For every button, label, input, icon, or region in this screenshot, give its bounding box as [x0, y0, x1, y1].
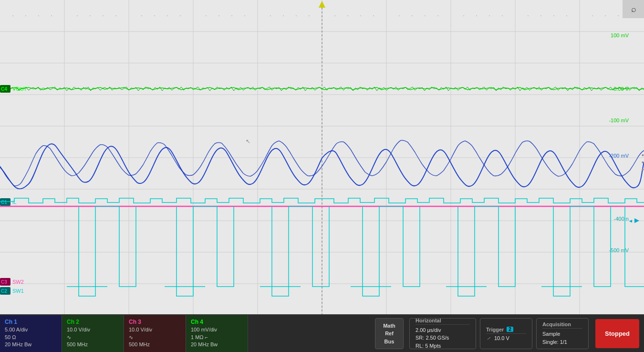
svg-text:C2: C2 [1, 288, 7, 294]
svg-point-47 [463, 15, 464, 16]
stopped-button[interactable]: Stopped [595, 319, 639, 348]
svg-point-22 [51, 15, 52, 16]
svg-point-39 [334, 15, 335, 16]
svg-point-35 [270, 15, 271, 16]
ch3-title: Ch 3 [129, 319, 181, 325]
svg-point-26 [115, 15, 116, 16]
svg-point-32 [218, 15, 219, 16]
svg-point-48 [476, 15, 477, 16]
ch1-title: Ch 1 [5, 319, 57, 325]
trigger-slope-icon: ⟋ [486, 335, 491, 341]
ch1-line2: 50 Ω [5, 334, 57, 341]
svg-text:-100 mV: -100 mV [609, 117, 629, 123]
svg-point-29 [167, 15, 168, 16]
svg-text:C1: C1 [1, 200, 7, 205]
horizontal-line2: SR: 2.50 GS/s [415, 334, 470, 342]
svg-text:VOUT: VOUT [12, 86, 27, 92]
svg-point-25 [103, 15, 104, 16]
svg-text:•: • [642, 159, 644, 166]
ch4-line1: 100 mV/div [191, 326, 243, 333]
trigger-info[interactable]: Trigger 2 ⟋ 10.0 V [480, 318, 532, 349]
bottom-panel: Ch 1 5.00 A/div 50 Ω 20 MHz Bw Ch 2 10.0… [0, 315, 644, 352]
svg-point-41 [360, 15, 361, 16]
svg-text:-200 mV: -200 mV [609, 153, 629, 159]
svg-point-30 [180, 15, 181, 16]
acquisition-title: Acquisition [542, 321, 582, 329]
svg-text:-400 n: -400 n [614, 216, 629, 222]
svg-text:•: • [642, 166, 644, 173]
math-label: Math [383, 322, 395, 330]
svg-text:◄: ◄ [628, 218, 633, 224]
horizontal-info[interactable]: Horizontal 2.00 μs/div SR: 2.50 GS/s RL:… [409, 318, 476, 349]
ch4-title: Ch 4 [191, 319, 243, 325]
svg-point-54 [566, 15, 567, 16]
svg-point-56 [605, 15, 606, 16]
svg-point-19 [12, 15, 13, 16]
svg-point-55 [592, 15, 593, 16]
horizontal-line1: 2.00 μs/div [415, 326, 470, 334]
ch2-line2: ∿ [67, 334, 119, 341]
svg-point-57 [618, 15, 619, 16]
svg-point-45 [425, 15, 426, 16]
svg-point-27 [141, 15, 142, 16]
svg-text:•: • [642, 151, 644, 159]
acquisition-line1: Sample [542, 330, 582, 338]
svg-point-46 [437, 15, 438, 16]
svg-point-24 [90, 15, 91, 16]
math-ref-bus-button[interactable]: Math Ref Bus [375, 318, 404, 349]
trigger-level: 10.0 V [494, 335, 509, 341]
trigger-title: Trigger 2 [486, 327, 526, 334]
ch3-info[interactable]: Ch 3 10.0 V/div ∿ 500 MHz [124, 315, 186, 352]
bus-label: Bus [384, 338, 395, 346]
ch3-line2: ∿ [129, 334, 181, 341]
svg-text:↖: ↖ [246, 138, 250, 145]
svg-point-20 [25, 15, 26, 16]
ref-label: Ref [385, 330, 394, 338]
trigger-channel-badge: 2 [507, 327, 513, 332]
svg-point-21 [38, 15, 39, 16]
ch4-line3: 20 MHz Bw [191, 341, 243, 348]
svg-point-38 [309, 15, 310, 16]
svg-point-52 [540, 15, 541, 16]
ch3-line1: 10.0 V/div [129, 326, 181, 333]
ch2-info[interactable]: Ch 2 10.0 V/div ∿ 500 MHz [62, 315, 124, 352]
svg-text:⌕: ⌕ [631, 4, 636, 14]
ch1-info[interactable]: Ch 1 5.00 A/div 50 Ω 20 MHz Bw [0, 315, 62, 352]
scope-screen: C1 iL 100 mV 0.00 V -100 mV -200 mV -400… [0, 0, 644, 315]
waveform-display: C1 iL 100 mV 0.00 V -100 mV -200 mV -400… [0, 0, 644, 314]
svg-point-37 [296, 15, 297, 16]
svg-point-34 [244, 15, 245, 16]
svg-point-36 [283, 15, 284, 16]
ch3-line3: 500 MHz [129, 341, 181, 348]
svg-point-28 [154, 15, 155, 16]
svg-text:C4: C4 [1, 86, 7, 92]
svg-text:SW2: SW2 [12, 279, 24, 285]
ch2-line3: 500 MHz [67, 341, 119, 348]
ch1-line1: 5.00 A/div [5, 326, 57, 333]
acquisition-line2: Single: 1/1 [542, 338, 582, 346]
ch2-line1: 10.0 V/div [67, 326, 119, 333]
svg-point-44 [412, 15, 413, 16]
svg-point-43 [399, 15, 400, 16]
svg-point-33 [231, 15, 232, 16]
svg-point-51 [528, 15, 529, 16]
svg-text:0.00 V: 0.00 V [613, 86, 629, 92]
svg-point-31 [206, 15, 207, 16]
trigger-row: ⟋ 10.0 V [486, 335, 526, 341]
acquisition-info[interactable]: Acquisition Sample Single: 1/1 [536, 318, 589, 349]
ch1-line3: 20 MHz Bw [5, 341, 57, 348]
svg-text:-500 mV: -500 mV [609, 247, 629, 253]
ch4-info[interactable]: Ch 4 100 mV/div 1 MΩ ⌐ 20 MHz Bw [186, 315, 248, 352]
svg-point-23 [77, 15, 78, 16]
horizontal-title: Horizontal [415, 318, 470, 325]
trigger-title-text: Trigger [486, 327, 504, 332]
svg-point-49 [489, 15, 490, 16]
svg-point-42 [373, 15, 374, 16]
ch4-line2: 1 MΩ ⌐ [191, 334, 243, 341]
svg-text:100 mV: 100 mV [611, 32, 629, 38]
svg-text:SW1: SW1 [12, 288, 24, 294]
horizontal-line3: RL: 5 Mpts [415, 342, 470, 350]
svg-point-40 [347, 15, 348, 16]
svg-point-53 [553, 15, 554, 16]
svg-point-50 [502, 15, 503, 16]
